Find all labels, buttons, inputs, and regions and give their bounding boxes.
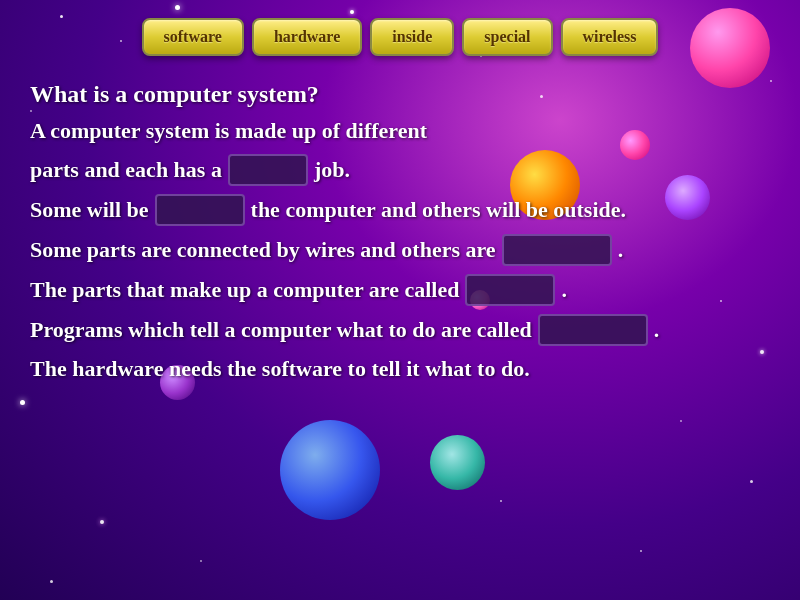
line-4: Some parts are connected by wires and ot… [30,234,770,266]
line-1: A computer system is made up of differen… [30,116,770,147]
line-5: The parts that make up a computer are ca… [30,274,770,306]
nav-software-button[interactable]: software [142,18,244,56]
nav-inside-button[interactable]: inside [370,18,454,56]
line4-post: . [618,235,624,266]
line3-pre: Some will be [30,195,149,226]
line5-pre: The parts that make up a computer are ca… [30,275,459,306]
blank-4[interactable] [465,274,555,306]
line5-post: . [561,275,567,306]
line-6: Programs which tell a computer what to d… [30,314,770,346]
line1-pre: A computer system is made up of differen… [30,116,427,147]
nav-wireless-button[interactable]: wireless [561,18,659,56]
line-3: Some will be the computer and others wil… [30,194,770,226]
heading-text: What is a computer system? [30,78,319,112]
nav-special-button[interactable]: special [462,18,552,56]
blank-2[interactable] [155,194,245,226]
heading: What is a computer system? [30,78,770,112]
blank-1[interactable] [228,154,308,186]
blank-3[interactable] [502,234,612,266]
line2-post: job. [314,155,350,186]
planet-blue-large [280,420,380,520]
nav-hardware-button[interactable]: hardware [252,18,362,56]
line-2: parts and each has a job. [30,154,770,186]
blank-5[interactable] [538,314,648,346]
line3-post: the computer and others will be outside. [251,195,626,226]
planet-teal [430,435,485,490]
line6-pre: Programs which tell a computer what to d… [30,315,532,346]
line-7: The hardware needs the software to tell … [30,354,770,385]
line4-pre: Some parts are connected by wires and ot… [30,235,496,266]
line7-text: The hardware needs the software to tell … [30,354,530,385]
main-content: What is a computer system? A computer sy… [0,68,800,403]
line2-pre: parts and each has a [30,155,222,186]
navigation: software hardware inside special wireles… [0,0,800,68]
line6-post: . [654,315,660,346]
